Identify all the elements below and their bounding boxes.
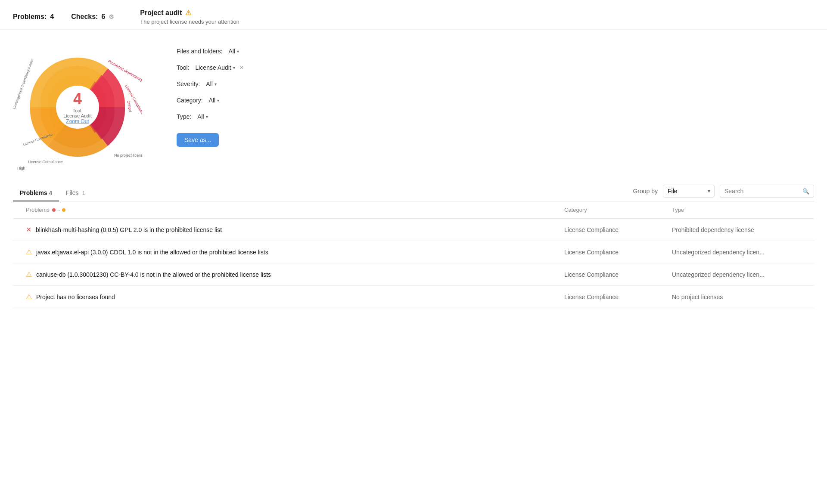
type-filter-dropdown[interactable]: All ▾ (191, 112, 210, 121)
problem-cell: ⚠ caniuse-db (1.0.30001230) CC-BY-4.0 is… (26, 270, 564, 278)
warning-icon: ⚠ (26, 293, 32, 301)
search-box: 🔍 (720, 185, 814, 198)
warning-icon: ⚠ (26, 270, 32, 278)
search-icon: 🔍 (802, 188, 809, 195)
error-dot (52, 208, 56, 212)
chevron-down-icon: ▾ (233, 65, 235, 70)
type-cell: Uncategorized dependency licen... (672, 271, 801, 278)
chart-container: Prohibited dependency license License Co… (13, 43, 151, 172)
top-bar: Problems: 4 Checks: 6 ⚙ Project audit ⚠ … (0, 0, 827, 30)
severity-filter-dots: → (52, 207, 65, 213)
type-cell: Uncategorized dependency licen... (672, 249, 801, 256)
problems-column-header: Problems → (26, 207, 564, 213)
error-icon: ✕ (26, 226, 31, 234)
problems-count: 4 (50, 13, 54, 21)
donut-chart: Prohibited dependency license License Co… (13, 43, 142, 172)
search-input[interactable] (724, 188, 800, 195)
problem-cell: ⚠ Project has no licenses found (26, 293, 564, 301)
problem-cell: ✕ blinkhash-multi-hashing (0.0.5) GPL 2.… (26, 226, 564, 234)
donut-count: 4 (63, 90, 91, 108)
tool-filter-row: Tool: License Audit ▾ ✕ (177, 63, 814, 72)
tabs-right: Group by File Category Type Severity 🔍 (633, 185, 814, 201)
donut-label1: Tool: (63, 108, 91, 113)
svg-text:License Compliance: License Compliance (28, 160, 63, 164)
save-row: Save as... (177, 129, 814, 147)
problem-text: blinkhash-multi-hashing (0.0.5) GPL 2.0 … (36, 226, 222, 233)
type-cell: No project licenses (672, 294, 801, 300)
audit-title-text: Project audit (140, 9, 182, 17)
donut-center: 4 Tool: License Audit Zoom Out (63, 90, 91, 124)
audit-warning-icon: ⚠ (185, 9, 191, 17)
table-row: ✕ blinkhash-multi-hashing (0.0.5) GPL 2.… (13, 219, 814, 241)
type-filter-row: Type: All ▾ (177, 112, 814, 121)
zoom-out-link[interactable]: Zoom Out (63, 118, 91, 124)
checks-label: Checks: (71, 13, 98, 21)
tabs-bar: Problems4 Files 1 Group by File Category… (13, 185, 814, 201)
severity-filter-dropdown[interactable]: All ▾ (200, 80, 219, 88)
gear-icon[interactable]: ⚙ (109, 13, 114, 20)
type-cell: Prohibited dependency license (672, 226, 801, 233)
table-row: ⚠ caniuse-db (1.0.30001230) CC-BY-4.0 is… (13, 263, 814, 286)
chevron-down-icon: ▾ (206, 114, 208, 119)
severity-filter-row: Severity: All ▾ (177, 80, 814, 88)
files-filter-label: Files and folders: (177, 48, 223, 55)
category-cell: License Compliance (564, 294, 672, 300)
type-column-header: Type (672, 207, 801, 213)
warning-dot (62, 208, 65, 212)
problem-cell: ⚠ javax.el:javax.el-api (3.0.0) CDDL 1.0… (26, 248, 564, 256)
files-filter-dropdown[interactable]: All ▾ (223, 47, 242, 56)
tool-filter-clear[interactable]: ✕ (239, 65, 244, 71)
problem-text: caniuse-db (1.0.30001230) CC-BY-4.0 is n… (36, 271, 271, 278)
svg-text:No project licenses: No project licenses (114, 153, 142, 158)
category-cell: License Compliance (564, 249, 672, 256)
category-filter-label: Category: (177, 97, 203, 104)
category-filter-row: Category: All ▾ (177, 96, 814, 105)
warning-icon: ⚠ (26, 248, 32, 256)
audit-subtitle: The project license needs your attention (140, 19, 239, 25)
audit-title: Project audit ⚠ (140, 9, 239, 17)
tab-problems[interactable]: Problems4 (13, 185, 59, 201)
tool-filter-label: Tool: (177, 64, 190, 71)
group-by-label: Group by (633, 188, 658, 195)
main-content: Prohibited dependency license License Co… (0, 30, 827, 185)
tabs-left: Problems4 Files 1 (13, 185, 92, 201)
category-cell: License Compliance (564, 226, 672, 233)
severity-filter-label: Severity: (177, 80, 200, 87)
category-column-header: Category (564, 207, 672, 213)
problem-text: javax.el:javax.el-api (3.0.0) CDDL 1.0 i… (36, 249, 268, 256)
chevron-down-icon: ▾ (237, 49, 239, 54)
tool-filter-dropdown[interactable]: License Audit ▾ (190, 63, 238, 72)
type-filter-label: Type: (177, 113, 191, 120)
filters-panel: Files and folders: All ▾ Tool: License A… (177, 43, 814, 172)
checks-count: 6 (101, 13, 105, 21)
svg-text:Critical: Critical (126, 100, 133, 113)
files-filter-row: Files and folders: All ▾ (177, 47, 814, 56)
table-row: ⚠ Project has no licenses found License … (13, 286, 814, 308)
svg-text:High: High (17, 166, 25, 170)
checks-stat: Checks: 6 ⚙ (71, 13, 114, 21)
donut-label2: License Audit (63, 113, 91, 118)
group-by-select[interactable]: File Category Type Severity (663, 185, 715, 198)
tab-files[interactable]: Files 1 (59, 185, 92, 201)
category-filter-dropdown[interactable]: All ▾ (203, 96, 222, 105)
chevron-down-icon: ▾ (215, 82, 217, 87)
problems-table: Problems → Category Type ✕ blinkhash-mul… (13, 201, 814, 308)
problem-text: Project has no licenses found (36, 294, 115, 300)
svg-text:License Compliance: License Compliance (124, 84, 142, 116)
chevron-down-icon: ▾ (217, 98, 219, 103)
problems-stat: Problems: 4 (13, 13, 54, 21)
table-header: Problems → Category Type (13, 201, 814, 219)
save-as-button[interactable]: Save as... (177, 133, 219, 147)
arrow-icon: → (56, 207, 61, 213)
problems-label: Problems: (13, 13, 47, 21)
tabs-section: Problems4 Files 1 Group by File Category… (0, 185, 827, 308)
category-cell: License Compliance (564, 271, 672, 278)
group-by-wrapper: File Category Type Severity (663, 185, 715, 198)
table-row: ⚠ javax.el:javax.el-api (3.0.0) CDDL 1.0… (13, 241, 814, 263)
audit-section: Project audit ⚠ The project license need… (140, 9, 239, 25)
